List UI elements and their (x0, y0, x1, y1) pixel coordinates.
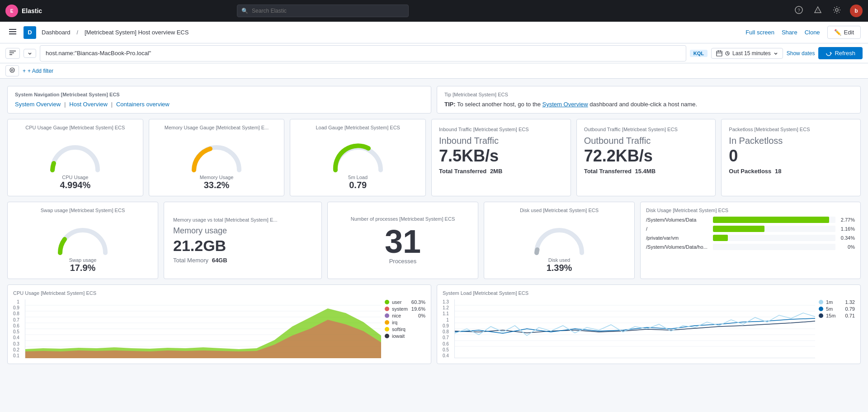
disk-usage-panel: Disk Usage [Metricbeat System] ECS /Syst… (640, 202, 861, 279)
search-input[interactable] (237, 5, 409, 17)
save-query-button[interactable] (5, 65, 19, 76)
load-chart-area (454, 299, 815, 358)
processes-title: Number of processes [Metricbeat System] … (351, 216, 455, 222)
tip-system-overview-link[interactable]: System Overview (542, 101, 588, 108)
memory-gauge (185, 134, 248, 175)
disk-used-title: Disk used [Metricbeat System] ECS (520, 208, 599, 213)
breadcrumb-home[interactable]: Dashboard (42, 29, 71, 36)
legend-softirq: softirq (385, 327, 425, 332)
legend-5m-dot (819, 307, 823, 311)
user-avatar[interactable]: b (850, 5, 863, 17)
legend-5m: 5m 0.79 (819, 306, 855, 312)
svg-point-5 (835, 9, 838, 11)
legend-15m: 15m 0.71 (819, 313, 855, 318)
containers-overview-link[interactable]: Containers overview (116, 101, 170, 108)
svg-rect-13 (718, 50, 719, 52)
settings-icon[interactable] (831, 4, 843, 18)
memory-vs-total-sub: Total Memory 64GB (173, 257, 312, 264)
query-input[interactable]: host.name:"Biancas-MacBook-Pro.local" (40, 45, 686, 62)
svg-text:?: ? (797, 8, 800, 13)
add-filter-button[interactable]: + + Add filter (23, 68, 53, 74)
cpu-gauge-title: CPU Usage Gauge [Metricbeat System] ECS (25, 125, 125, 130)
svg-marker-28 (25, 320, 381, 358)
process-count: 31 (385, 225, 421, 258)
disk-bar-track-2 (713, 235, 835, 241)
outbound-traffic-label: Outbound Traffic (584, 136, 708, 146)
hamburger-button[interactable] (7, 26, 18, 39)
disk-bar-fill-1 (713, 226, 764, 232)
filter-chevron-button[interactable] (24, 49, 36, 58)
legend-softirq-dot (385, 327, 389, 331)
inbound-traffic-value: 7.5KB/s (439, 148, 563, 164)
swap-gauge (51, 217, 114, 257)
memory-vs-total-value: 21.2GB (173, 237, 312, 254)
memory-vs-total-title: Memory usage vs total [Metricbeat System… (173, 217, 312, 223)
kql-badge[interactable]: KQL (690, 50, 708, 57)
process-label: Processes (389, 258, 417, 265)
system-overview-link[interactable]: System Overview (15, 101, 61, 108)
disk-bar-track-0 (713, 217, 835, 223)
nav-panel-title: System Navigation [Metricbeat System] EC… (15, 92, 424, 97)
disk-bar-pct-2: 0.34% (839, 235, 855, 241)
load-gauge-panel: Load Gauge [Metricbeat System] ECS 5m Lo… (290, 119, 426, 196)
share-button[interactable]: Share (782, 29, 797, 36)
disk-used-label: Disk used 1.39% (547, 257, 572, 273)
processes-panel: Number of processes [Metricbeat System] … (327, 202, 478, 279)
edit-button[interactable]: ✏️ Edit (827, 26, 861, 39)
disk-bar-pct-1: 1.16% (839, 226, 855, 232)
second-navigation: D Dashboard / [Metricbeat System] Host o… (0, 22, 868, 43)
host-overview-link[interactable]: Host Overview (69, 101, 108, 108)
disk-used-panel: Disk used [Metricbeat System] ECS Disk u… (484, 202, 635, 279)
disk-usage-title: Disk Usage [Metricbeat System] ECS (646, 208, 855, 213)
packetloss-panel: Packetloss [Metricbeat System] ECS In Pa… (721, 119, 861, 196)
dashboard-actions: Full screen Share Clone ✏️ Edit (745, 26, 861, 39)
packetloss-title: Packetloss [Metricbeat System] ECS (729, 127, 853, 132)
full-screen-button[interactable]: Full screen (745, 29, 774, 36)
time-range-label: Last 15 minutes (732, 50, 771, 57)
tip-panel: Tip [Metricbeat System] ECS TIP: To sele… (437, 86, 861, 114)
legend-iowait: iowait (385, 333, 425, 339)
inbound-traffic-panel: Inbound Traffic [Metricbeat System] ECS … (431, 119, 571, 196)
cpu-y-axis: 1 0.9 0.8 0.7 0.6 0.5 0.4 0.3 0.2 0.1 (13, 299, 21, 358)
filter-toggle-button[interactable] (5, 48, 20, 59)
svg-point-17 (11, 69, 13, 71)
cpu-gauge-label: CPU Usage 4.994% (60, 175, 90, 190)
svg-rect-6 (9, 29, 16, 30)
legend-system-dot (385, 307, 389, 311)
cpu-gauge (43, 134, 107, 175)
elastic-logo[interactable]: E Elastic (5, 5, 42, 17)
date-picker[interactable]: Last 15 minutes (711, 48, 783, 59)
nav-divider-2: | (111, 101, 113, 108)
svg-rect-10 (9, 52, 14, 53)
cpu-chart-legend: user 60.3% system 19.6% nice 0% (385, 299, 425, 358)
svg-rect-14 (720, 50, 721, 52)
disk-bars: /System/Volumes/Data 2.77% / 1.16% /priv… (646, 217, 855, 250)
inbound-traffic-title: Inbound Traffic [Metricbeat System] ECS (439, 127, 563, 132)
svg-rect-9 (9, 51, 16, 52)
clone-button[interactable]: Clone (805, 29, 820, 36)
swap-gauge-panel: Swap usage [Metricbeat System] ECS Swap … (7, 202, 158, 279)
memory-gauge-label: Memory Usage 33.2% (200, 175, 234, 190)
add-filter-plus-icon: + (23, 68, 26, 74)
refresh-button[interactable]: Refresh (818, 47, 863, 59)
outbound-traffic-title: Outbound Traffic [Metricbeat System] ECS (584, 127, 708, 132)
alerts-icon[interactable]: ! (812, 4, 824, 18)
tip-suffix: dashboard and double-click a host name. (590, 101, 697, 108)
add-filter-bar: + + Add filter (0, 63, 868, 79)
breadcrumb-current: [Metricbeat System] Host overview ECS (85, 29, 189, 36)
svg-rect-11 (9, 54, 12, 55)
outbound-traffic-value: 72.2KB/s (584, 148, 708, 164)
legend-15m-dot (819, 313, 823, 318)
show-dates-button[interactable]: Show dates (787, 50, 815, 57)
disk-bar-row-3: /System/Volumes/Data/ho... 0% (646, 244, 855, 250)
filter-bar: host.name:"Biancas-MacBook-Pro.local" KQ… (0, 43, 868, 63)
memory-gauge-panel: Memory Usage Gauge [Metricbeat System] E… (149, 119, 285, 196)
svg-point-16 (10, 68, 14, 72)
svg-rect-12 (717, 51, 722, 56)
legend-user-dot (385, 300, 389, 304)
metrics-row-1: CPU Usage Gauge [Metricbeat System] ECS … (7, 119, 861, 196)
breadcrumb-dashboard-icon[interactable]: D (24, 26, 36, 39)
tip-body: To select another host, go to the (457, 101, 542, 108)
tip-prefix: TIP: (444, 101, 456, 108)
help-icon[interactable]: ? (793, 4, 805, 18)
